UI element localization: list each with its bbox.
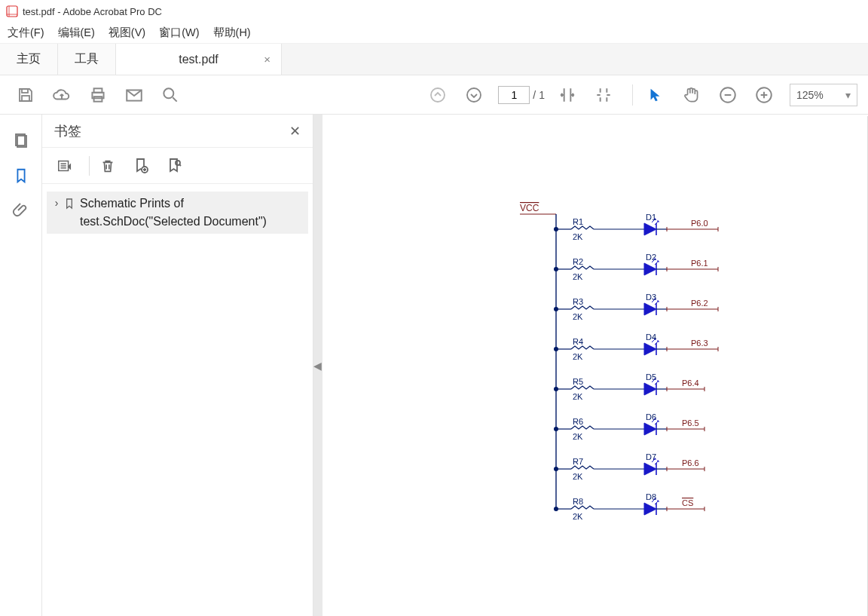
cloud-upload-icon[interactable]	[47, 80, 77, 110]
bookmarks-panel-header: 书签 ✕	[42, 115, 313, 148]
page-total: 1	[539, 89, 545, 101]
new-bookmark-icon[interactable]	[127, 152, 154, 179]
tabbar: 主页 工具 test.pdf ×	[0, 44, 868, 75]
svg-text:D7: D7	[646, 452, 656, 461]
menu-view[interactable]: 视图(V)	[108, 26, 145, 40]
svg-text:2K: 2K	[573, 352, 583, 361]
svg-text:2K: 2K	[573, 512, 583, 521]
svg-point-7	[164, 88, 173, 98]
svg-text:P6.2: P6.2	[691, 299, 708, 308]
svg-text:P6.1: P6.1	[691, 259, 708, 268]
bookmarks-panel-title: 书签	[54, 122, 81, 140]
svg-text:D2: D2	[646, 253, 656, 262]
zoom-out-icon[interactable]	[713, 80, 743, 110]
svg-rect-2	[22, 96, 29, 101]
svg-text:D8: D8	[646, 492, 656, 501]
svg-text:R3: R3	[573, 297, 583, 306]
bookmarks-tree: › Schematic Prints of test.SchDoc("Selec…	[42, 184, 313, 241]
menu-edit[interactable]: 编辑(E)	[58, 26, 95, 40]
attachments-icon[interactable]	[6, 193, 36, 228]
search-icon[interactable]	[155, 80, 185, 110]
menu-window[interactable]: 窗口(W)	[159, 26, 199, 40]
svg-text:R6: R6	[573, 417, 583, 426]
fit-page-icon[interactable]	[588, 80, 619, 110]
bookmarks-icon[interactable]	[6, 158, 36, 193]
svg-text:P6.6: P6.6	[682, 458, 699, 467]
svg-text:R8: R8	[573, 497, 583, 506]
pdf-file-icon	[6, 5, 18, 17]
chevron-down-icon: ▾	[845, 89, 851, 101]
close-tab-icon[interactable]: ×	[264, 53, 270, 66]
document-view: ◀ VCCR12KD1P6.0R22KD2P6.1R32KD3P6.2R42KD…	[313, 115, 868, 616]
bookmarks-toolbar	[42, 148, 313, 184]
find-bookmark-icon[interactable]	[160, 152, 188, 179]
zoom-dropdown[interactable]: 125% ▾	[790, 84, 857, 106]
svg-text:P6.3: P6.3	[691, 339, 708, 348]
svg-text:D6: D6	[646, 412, 656, 421]
svg-text:R5: R5	[573, 377, 583, 386]
svg-text:R4: R4	[573, 337, 583, 346]
zoom-in-icon[interactable]	[749, 80, 779, 110]
svg-text:VCC: VCC	[520, 203, 539, 213]
svg-rect-5	[94, 97, 102, 102]
svg-rect-4	[94, 88, 102, 92]
svg-text:R7: R7	[573, 457, 583, 466]
page-separator: /	[533, 89, 536, 101]
bookmark-options-icon[interactable]	[51, 152, 78, 179]
menu-file[interactable]: 文件(F)	[8, 26, 44, 40]
svg-text:2K: 2K	[573, 272, 583, 281]
menubar: 文件(F) 编辑(E) 视图(V) 窗口(W) 帮助(H)	[0, 23, 868, 44]
svg-rect-0	[7, 6, 17, 17]
tab-home[interactable]: 主页	[0, 44, 58, 75]
bookmarks-panel: 书签 ✕ › Schematic Prints of test.SchDoc("…	[42, 115, 313, 616]
close-panel-icon[interactable]: ✕	[289, 123, 301, 139]
svg-text:2K: 2K	[573, 312, 583, 321]
svg-text:CS: CS	[682, 498, 693, 507]
zoom-value: 125%	[796, 89, 824, 101]
svg-point-8	[431, 88, 445, 102]
svg-text:R1: R1	[573, 217, 583, 226]
page-indicator: / 1	[495, 86, 545, 104]
svg-text:P6.5: P6.5	[682, 418, 699, 428]
save-icon[interactable]	[11, 80, 41, 110]
svg-text:2K: 2K	[573, 232, 583, 241]
svg-point-9	[467, 88, 481, 102]
svg-text:D1: D1	[646, 213, 656, 222]
svg-text:P6.0: P6.0	[691, 219, 708, 228]
thumbnails-icon[interactable]	[6, 124, 36, 158]
page-up-icon[interactable]	[423, 80, 453, 110]
tab-document[interactable]: test.pdf ×	[116, 44, 282, 75]
hand-tool-icon[interactable]	[677, 80, 707, 110]
svg-text:P6.4: P6.4	[682, 378, 699, 388]
svg-text:2K: 2K	[573, 432, 583, 441]
svg-text:D4: D4	[646, 333, 656, 342]
svg-text:2K: 2K	[573, 472, 583, 481]
svg-text:2K: 2K	[573, 392, 583, 401]
pdf-page[interactable]: VCCR12KD1P6.0R22KD2P6.1R32KD3P6.2R42KD4P…	[322, 116, 868, 616]
bookmark-glyph-icon	[63, 195, 80, 214]
window-title: test.pdf - Adobe Acrobat Pro DC	[23, 6, 162, 17]
schematic-diagram: VCCR12KD1P6.0R22KD2P6.1R32KD3P6.2R42KD4P…	[322, 116, 865, 614]
main-toolbar: / 1 125% ▾	[0, 75, 868, 115]
svg-text:D3: D3	[646, 293, 656, 302]
bookmark-item[interactable]: › Schematic Prints of test.SchDoc("Selec…	[47, 192, 308, 234]
svg-rect-1	[22, 89, 28, 93]
collapse-panel-icon[interactable]: ◀	[313, 360, 322, 372]
fit-width-icon[interactable]	[552, 80, 582, 110]
expand-chevron-icon[interactable]: ›	[50, 195, 63, 209]
titlebar: test.pdf - Adobe Acrobat Pro DC	[0, 0, 868, 23]
delete-bookmark-icon[interactable]	[94, 152, 121, 179]
left-rail	[0, 115, 42, 616]
page-down-icon[interactable]	[459, 80, 489, 110]
page-current-input[interactable]	[498, 86, 530, 104]
print-icon[interactable]	[83, 80, 113, 110]
mail-icon[interactable]	[119, 80, 149, 110]
tab-tools[interactable]: 工具	[58, 44, 116, 75]
tab-document-label: test.pdf	[179, 53, 218, 66]
svg-text:D5: D5	[646, 372, 656, 382]
bookmark-label: Schematic Prints of test.SchDoc("Selecte…	[80, 195, 305, 231]
workarea: 书签 ✕ › Schematic Prints of test.SchDoc("…	[0, 115, 868, 616]
svg-text:R2: R2	[573, 257, 583, 266]
selection-tool-icon[interactable]	[640, 80, 671, 110]
menu-help[interactable]: 帮助(H)	[213, 26, 251, 40]
